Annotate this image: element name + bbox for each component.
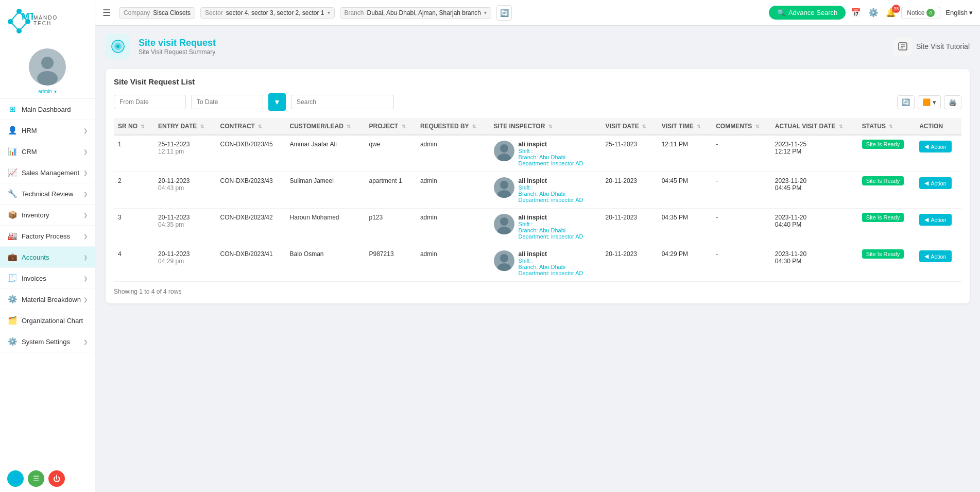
page-subtitle: Site Visit Request Summary: [139, 48, 216, 56]
chevron-right-icon: ❯: [83, 170, 88, 176]
search-input[interactable]: [291, 95, 394, 109]
cell-visit-date: 20-11-2023: [601, 245, 658, 282]
company-value: Sisca Closets: [153, 9, 191, 16]
cell-comments: -: [712, 245, 771, 282]
col-visit-date: VISIT DATE ⇅: [601, 118, 658, 135]
cell-comments: -: [712, 209, 771, 245]
cell-action[interactable]: ◀ Action: [915, 245, 961, 282]
sidebar-item-invoices[interactable]: 🧾 Invoices ❯: [0, 268, 95, 289]
company-label: Company: [124, 9, 150, 16]
sidebar-item-accounts[interactable]: 💼 Accounts ❯: [0, 247, 95, 268]
action-button[interactable]: ◀ Action: [919, 250, 952, 262]
cell-action[interactable]: ◀ Action: [915, 209, 961, 245]
action-button[interactable]: ◀ Action: [919, 177, 952, 189]
cell-requested-by: admin: [416, 172, 490, 209]
cell-contract: CON-DXB/2023/42: [216, 209, 286, 245]
table-row: 1 25-11-202312:11 pm CON-DXB/2023/45 Amm…: [114, 135, 961, 172]
tutorial-link[interactable]: Site Visit Tutorial: [893, 37, 970, 56]
company-filter[interactable]: Company Sisca Closets: [119, 7, 195, 19]
tutorial-icon: [893, 37, 912, 56]
inspector-info: ali inspict Shift : Branch: Abu Dhabi De…: [519, 141, 583, 166]
table-action-buttons: 🔄 🟧 ▾ 🖨️: [897, 95, 961, 109]
chevron-down-icon: ▾: [969, 9, 973, 16]
sales-icon: 📈: [7, 167, 18, 178]
notice-chip[interactable]: Notice 0: [901, 7, 940, 19]
sidebar-item-sales-management[interactable]: 📈 Sales Management ❯: [0, 162, 95, 183]
sidebar-item-material-breakdown[interactable]: ⚙️ Material Breakdown ❯: [0, 289, 95, 310]
action-button[interactable]: ◀ Action: [919, 141, 952, 152]
cell-comments: -: [712, 135, 771, 172]
col-status: STATUS ⇅: [858, 118, 915, 135]
avatar: [29, 48, 66, 86]
sidebar-logo: MT MANDO TECH: [0, 0, 95, 41]
sidebar-item-organizational-chart[interactable]: 🗂️ Organizational Chart: [0, 310, 95, 331]
table-footer: Showing 1 to 4 of 4 rows: [114, 288, 961, 295]
refresh-button[interactable]: 🔄: [496, 5, 512, 21]
inspector-branch: Branch: Abu Dhabi: [519, 154, 583, 160]
cell-customer: Balo Osman: [285, 245, 365, 282]
user-name[interactable]: admin ▾: [38, 89, 57, 94]
action-arrow-icon: ◀: [924, 216, 929, 223]
sidebar-item-system-settings[interactable]: ⚙️ System Settings ❯: [0, 331, 95, 352]
table-card: Site Visit Request List ▼ 🔄 🟧 ▾ 🖨️ SR N: [106, 69, 970, 303]
col-sr-no: SR NO ⇅: [114, 118, 154, 135]
col-requested-by: REQUESTED BY ⇅: [416, 118, 490, 135]
cell-action[interactable]: ◀ Action: [915, 135, 961, 172]
cell-status: Site Is Ready: [858, 135, 915, 172]
globe-button[interactable]: 🌐: [7, 470, 24, 487]
action-arrow-icon: ◀: [924, 143, 929, 150]
svg-point-14: [116, 45, 119, 48]
chevron-right-icon: ❯: [83, 339, 88, 345]
cell-project: p123: [365, 209, 416, 245]
sidebar-item-main-dashboard[interactable]: ⊞ Main Dashboard: [0, 99, 95, 120]
chevron-right-icon: ❯: [83, 191, 88, 197]
table-header-row: SR NO ⇅ ENTRY DATE ⇅ CONTRACT ⇅ CUSTOMER…: [114, 118, 961, 135]
hrm-icon: 👤: [7, 125, 18, 135]
branch-label: Branch: [345, 9, 364, 16]
table-refresh-button[interactable]: 🔄: [897, 95, 915, 109]
table-footer-text: Showing 1 to 4 of 4 rows: [114, 288, 181, 295]
to-date-input[interactable]: [191, 95, 263, 109]
cell-requested-by: admin: [416, 209, 490, 245]
status-badge: Site Is Ready: [862, 213, 904, 222]
hamburger-icon[interactable]: ☰: [102, 7, 111, 19]
calendar-icon[interactable]: 📅: [851, 8, 861, 18]
table-print-button[interactable]: 🖨️: [944, 95, 961, 109]
sidebar-item-crm[interactable]: 📊 CRM ❯: [0, 141, 95, 162]
table-view-button[interactable]: 🟧 ▾: [918, 95, 941, 109]
cell-action[interactable]: ◀ Action: [915, 172, 961, 209]
sidebar-item-inventory[interactable]: 📦 Inventory ❯: [0, 205, 95, 226]
sidebar-item-hrm[interactable]: 👤 HRM ❯: [0, 120, 95, 141]
branch-filter[interactable]: Branch Dubai, Abu Dhabi, Ajman, Sharjah …: [340, 7, 492, 19]
cell-actual-visit-date: 2023-11-2512:12 PM: [771, 135, 858, 172]
cell-status: Site Is Ready: [858, 245, 915, 282]
notification-icon[interactable]: 🔔 38: [886, 8, 896, 18]
filter-button[interactable]: ▼: [268, 93, 286, 111]
cell-sr: 3: [114, 209, 154, 245]
table-body: 1 25-11-202312:11 pm CON-DXB/2023/45 Amm…: [114, 135, 961, 282]
action-button[interactable]: ◀ Action: [919, 214, 952, 226]
language-selector[interactable]: English ▾: [945, 9, 973, 16]
power-button[interactable]: ⏻: [48, 470, 65, 487]
sidebar-nav: ⊞ Main Dashboard 👤 HRM ❯ 📊 CRM ❯ 📈 Sales…: [0, 99, 95, 465]
chevron-right-icon: ❯: [83, 233, 88, 239]
advance-search-button[interactable]: 🔍 Advance Search: [769, 6, 846, 20]
branch-value: Dubai, Abu Dhabi, Ajman, Sharjah branch: [367, 9, 481, 16]
cell-project: P987213: [365, 245, 416, 282]
chevron-right-icon: ❯: [83, 128, 88, 133]
from-date-input[interactable]: [114, 95, 186, 109]
sector-filter[interactable]: Sector sector 4, sector 3, sector 2, sec…: [200, 7, 334, 19]
list-button[interactable]: ☰: [28, 470, 44, 487]
site-visit-icon: [111, 39, 125, 54]
cell-entry-date: 20-11-202304:35 pm: [154, 209, 216, 245]
page-title: Site visit Request: [139, 38, 216, 48]
data-table: SR NO ⇅ ENTRY DATE ⇅ CONTRACT ⇅ CUSTOMER…: [114, 118, 961, 282]
sidebar-item-technical-review[interactable]: 🔧 Technical Review ❯: [0, 183, 95, 205]
cell-sr: 4: [114, 245, 154, 282]
sidebar-item-factory-process[interactable]: 🏭 Factory Process ❯: [0, 226, 95, 247]
cell-status: Site Is Ready: [858, 209, 915, 245]
gear-icon[interactable]: ⚙️: [868, 8, 879, 18]
col-project: PROJECT ⇅: [365, 118, 416, 135]
cell-visit-date: 20-11-2023: [601, 209, 658, 245]
status-badge: Site Is Ready: [862, 249, 904, 259]
